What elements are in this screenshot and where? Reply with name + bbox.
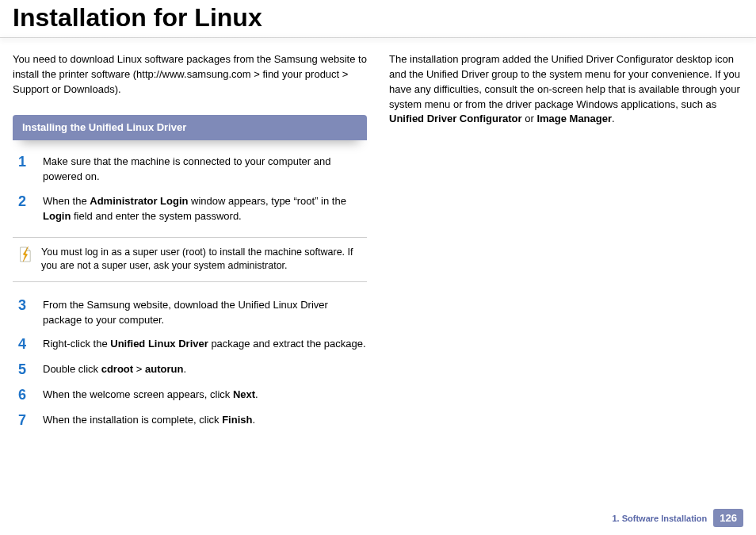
text: package and extract the package. [208, 338, 366, 350]
step-text: When the installation is complete, click… [43, 413, 367, 429]
step-text: When the welcome screen appears, click N… [43, 388, 367, 403]
text: The installation program added the Unifi… [389, 53, 740, 110]
right-column: The installation program added the Unifi… [389, 52, 743, 438]
bold: Next [233, 388, 255, 400]
text: . [255, 388, 258, 400]
bold: Administrator Login [90, 195, 188, 207]
note-box: You must log in as a super user (root) t… [13, 237, 367, 282]
bold: cdroot [101, 363, 133, 375]
right-paragraph: The installation program added the Unifi… [389, 52, 743, 127]
step-text: Double click cdroot > autorun. [43, 362, 367, 378]
text: . [252, 414, 255, 426]
text: or [522, 113, 537, 124]
step-1: 1 Make sure that the machine is connecte… [13, 155, 367, 185]
step-3: 3 From the Samsung website, download the… [13, 298, 367, 328]
text: . [183, 363, 186, 375]
note-icon [17, 246, 32, 263]
step-7: 7 When the installation is complete, cli… [13, 413, 367, 429]
page-footer: 1. Software Installation 126 [612, 509, 743, 527]
text: When the [43, 195, 90, 207]
text: . [612, 113, 615, 124]
column-layout: You need to download Linux software pack… [13, 52, 743, 438]
step-number: 5 [13, 362, 32, 378]
step-number: 3 [13, 298, 32, 328]
page: Installation for Linux You need to downl… [0, 0, 756, 535]
step-number: 4 [13, 337, 32, 353]
bold: Login [43, 210, 71, 222]
bold: Unified Driver Configurator [389, 113, 522, 124]
step-text: Right-click the Unified Linux Driver pac… [43, 337, 367, 353]
bold: Unified Linux Driver [110, 338, 208, 350]
intro-text: You need to download Linux software pack… [13, 52, 367, 97]
text: When the welcome screen appears, click [43, 388, 233, 400]
step-number: 2 [13, 194, 32, 224]
section-heading: Installing the Unified Linux Driver [13, 115, 367, 141]
step-number: 7 [13, 413, 32, 429]
step-text: Make sure that the machine is connected … [43, 155, 367, 185]
text: window appears, type “root” in the [188, 195, 346, 207]
text: > [133, 363, 145, 375]
step-text: From the Samsung website, download the U… [43, 298, 367, 328]
bold: autorun [145, 363, 183, 375]
step-text: When the Administrator Login window appe… [43, 194, 367, 224]
note-text: You must log in as a super user (root) t… [41, 246, 362, 273]
step-6: 6 When the welcome screen appears, click… [13, 388, 367, 403]
text: field and enter the system password. [71, 210, 241, 222]
left-column: You need to download Linux software pack… [13, 52, 367, 438]
title-separator [0, 37, 756, 38]
text: Right-click the [43, 338, 110, 350]
step-4: 4 Right-click the Unified Linux Driver p… [13, 337, 367, 353]
step-2: 2 When the Administrator Login window ap… [13, 194, 367, 224]
page-number: 126 [713, 509, 743, 527]
text: When the installation is complete, click [43, 414, 222, 426]
bold: Image Manager [536, 113, 612, 124]
page-title: Installation for Linux [13, 0, 743, 37]
bold: Finish [222, 414, 252, 426]
text: Double click [43, 363, 101, 375]
step-number: 6 [13, 388, 32, 403]
chapter-label: 1. Software Installation [612, 514, 707, 523]
step-5: 5 Double click cdroot > autorun. [13, 362, 367, 378]
step-number: 1 [13, 155, 32, 185]
